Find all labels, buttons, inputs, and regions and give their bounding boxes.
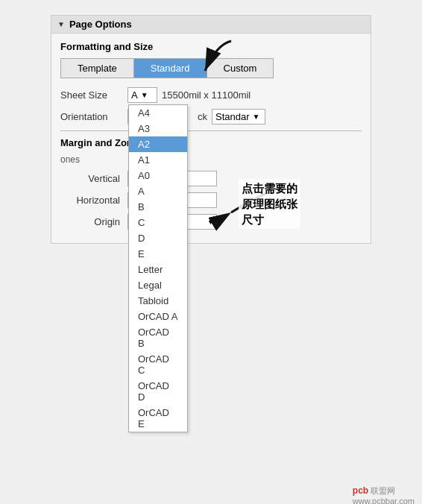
dropdown-item-legal[interactable]: Legal [129, 277, 187, 293]
dropdown-item-tabloid[interactable]: Tabloid [129, 293, 187, 309]
orientation-row: Orientation ck Standar ▼ [60, 109, 362, 125]
standard-arrow-icon: ▼ [253, 113, 260, 121]
dropdown-item-orcad-c[interactable]: OrCAD C [129, 351, 187, 378]
sheet-size-menu: A4 A3 A2 A1 A0 A B C D E Letter Legal [128, 104, 188, 432]
tab-template[interactable]: Template [61, 59, 134, 78]
watermark-rest: 联盟网 [368, 486, 395, 495]
horizontal-label: Horizontal [60, 195, 127, 206]
section-title: Page Options [69, 19, 132, 30]
dropdown-item-c[interactable]: C [129, 215, 187, 230]
dropdown-item-a1[interactable]: A1 [129, 152, 187, 168]
dropdown-item-e[interactable]: E [129, 246, 187, 262]
dropdown-item-a4[interactable]: A4 [129, 105, 187, 121]
orientation-label: Orientation [60, 111, 127, 122]
section-header: ▼ Page Options [51, 16, 371, 34]
dropdown-item-d[interactable]: D [129, 230, 187, 246]
dropdown-item-letter[interactable]: Letter [129, 262, 187, 277]
arrow-to-a2 [209, 179, 298, 246]
sheet-size-label: Sheet Size [60, 89, 127, 101]
watermark-pcb: pcb [353, 485, 368, 496]
dropdown-item-orcad-e[interactable]: OrCAD E [129, 405, 187, 432]
dropdown-item-a0[interactable]: A0 [129, 168, 187, 183]
collapse-icon[interactable]: ▼ [57, 20, 65, 28]
standard-select[interactable]: Standar ▼ [212, 109, 265, 125]
margin-zones-title: Margin and Zones [60, 137, 362, 148]
zones-note: ones [60, 154, 362, 165]
vertical-label: Vertical [60, 173, 127, 184]
section-divider [60, 130, 362, 131]
dropdown-item-a2[interactable]: A2 [129, 136, 187, 152]
dropdown-arrow-icon: ▼ [141, 91, 148, 99]
standard-value: Standar [215, 111, 250, 122]
sheet-size-value: A [131, 89, 138, 101]
origin-label: Origin [60, 216, 127, 227]
dropdown-item-b[interactable]: B [129, 199, 187, 215]
dropdown-item-a[interactable]: A [129, 183, 187, 199]
dropdown-item-a3[interactable]: A3 [129, 121, 187, 136]
dropdown-item-orcad-d[interactable]: OrCAD D [129, 378, 187, 405]
watermark: pcb 联盟网 www.pcbbar.com [353, 485, 415, 504]
watermark-url: www.pcbbar.com [353, 497, 415, 504]
dropdown-item-orcad-b[interactable]: OrCAD B [129, 324, 187, 351]
dropdown-item-orcad-a[interactable]: OrCAD A [129, 309, 187, 324]
title-block-row: ck Standar ▼ [198, 109, 265, 125]
sheet-size-dropdown[interactable]: A ▼ A4 A3 A2 A1 A0 A B C D [127, 87, 157, 103]
title-block-label: ck [198, 111, 207, 122]
arrow-to-standard [164, 37, 246, 97]
